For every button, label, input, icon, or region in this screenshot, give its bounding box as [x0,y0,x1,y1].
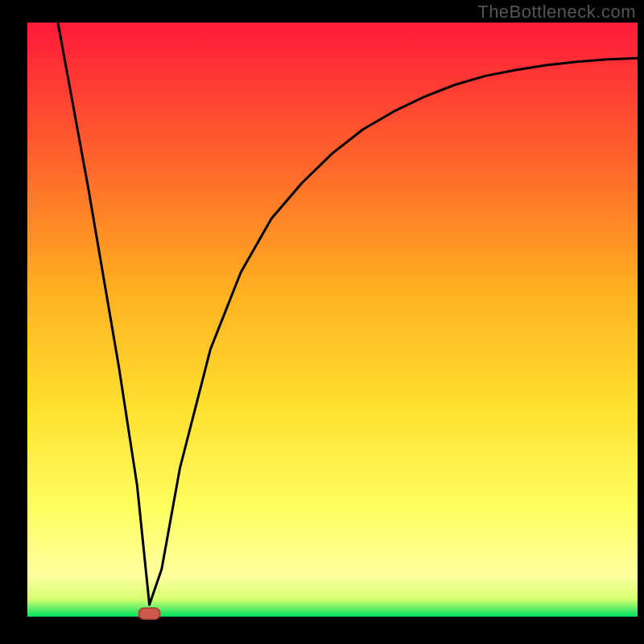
watermark-label: TheBottleneck.com [477,2,636,23]
chart-frame: TheBottleneck.com [0,0,644,644]
bottleneck-chart [0,0,644,644]
optimum-marker [139,608,160,619]
plot-background [27,23,638,617]
